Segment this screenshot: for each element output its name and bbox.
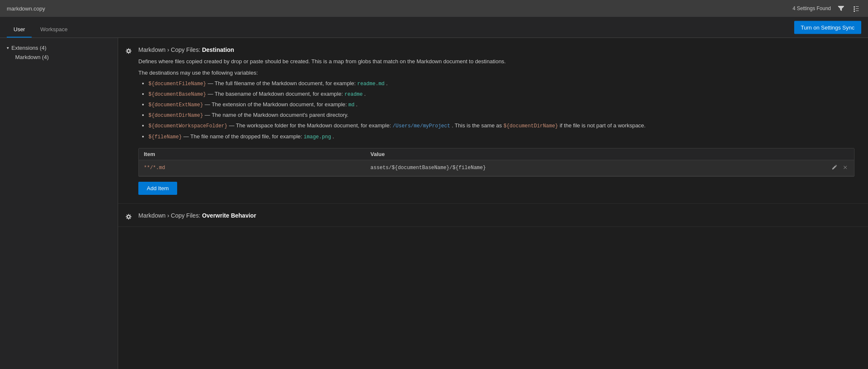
- gear-icon-2: [125, 215, 132, 222]
- variables-list: ${documentFileName} — The full filename …: [138, 79, 855, 141]
- tab-workspace[interactable]: Workspace: [33, 23, 74, 38]
- var-documentFileName: ${documentFileName}: [148, 81, 206, 87]
- table-header: Item Value: [139, 148, 854, 160]
- desc-line-2: The destinations may use the following v…: [138, 69, 855, 78]
- setting-description: Defines where files copied created by dr…: [138, 57, 855, 141]
- column-header-actions: [824, 151, 849, 157]
- edit-button[interactable]: [830, 164, 838, 172]
- tabs-row: User Workspace Turn on Settings Sync: [0, 17, 868, 38]
- sidebar-item-markdown[interactable]: Markdown (4): [0, 53, 118, 62]
- var-documentExtName: ${documentExtName}: [148, 102, 203, 108]
- setting-main-content: Markdown › Copy Files: Destination Defin…: [138, 46, 868, 195]
- add-item-button[interactable]: Add Item: [138, 182, 177, 195]
- table-cell-actions: [824, 164, 849, 172]
- table-cell-value: assets/${documentBaseName}/${fileName}: [370, 165, 824, 171]
- var-example-readme-md: readme.md: [357, 81, 385, 87]
- setting-block-overwrite: Markdown › Copy Files: Overwrite Behavio…: [118, 204, 868, 227]
- var-item-1: ${documentFileName} — The full filename …: [148, 79, 855, 88]
- top-bar-right: 4 Settings Found: [793, 4, 861, 13]
- search-title: markdown.copy: [7, 5, 45, 12]
- var-example-image-png: image.png: [304, 134, 331, 140]
- sidebar-item-label: Markdown (4): [15, 54, 49, 60]
- sidebar-group-extensions[interactable]: ▾ Extensions (4): [0, 43, 118, 53]
- sidebar: ▾ Extensions (4) Markdown (4): [0, 38, 118, 369]
- var-example-md: md: [348, 102, 354, 108]
- desc-line-1: Defines where files copied created by dr…: [138, 57, 855, 66]
- filter-list-icon[interactable]: [836, 4, 846, 13]
- setting-title-bold: Destination: [202, 46, 234, 53]
- setting-block-destination: Markdown › Copy Files: Destination Defin…: [118, 38, 868, 204]
- next-setting-title: Markdown › Copy Files: Overwrite Behavio…: [138, 212, 855, 219]
- sync-button[interactable]: Turn on Settings Sync: [794, 21, 861, 34]
- var-documentBaseName: ${documentBaseName}: [148, 92, 206, 97]
- delete-button[interactable]: [841, 164, 849, 172]
- var-item-3: ${documentExtName} — The extension of th…: [148, 100, 855, 109]
- top-bar: markdown.copy 4 Settings Found: [0, 0, 868, 17]
- next-section-content: Markdown › Copy Files: Overwrite Behavio…: [138, 212, 868, 223]
- next-title-prefix: Markdown › Copy Files:: [138, 212, 202, 219]
- var-item-4: ${documentDirName} — The name of the Mar…: [148, 111, 855, 120]
- content-area: Markdown › Copy Files: Destination Defin…: [118, 38, 868, 369]
- var-documentWorkspaceFolder: ${documentWorkspaceFolder}: [148, 123, 227, 129]
- var-documentDirName: ${documentDirName}: [148, 113, 203, 119]
- var-fileName: ${fileName}: [148, 134, 182, 140]
- chevron-down-icon: ▾: [7, 46, 9, 50]
- main-layout: ▾ Extensions (4) Markdown (4) Markdown ›…: [0, 38, 868, 369]
- setting-title-prefix: Markdown › Copy Files:: [138, 46, 202, 53]
- sidebar-group-label: Extensions (4): [11, 45, 46, 51]
- gear-col-2: [120, 212, 138, 223]
- gear-icon: [125, 49, 132, 56]
- var-item-2: ${documentBaseName} — The basename of Ma…: [148, 90, 855, 99]
- settings-table: Item Value **/*.md assets/${documentBase…: [138, 148, 855, 177]
- var-documentDirName-inline: ${documentDirName}: [504, 123, 558, 129]
- var-item-6: ${fileName} — The file name of the dropp…: [148, 132, 855, 141]
- filter-icon[interactable]: [851, 4, 861, 13]
- setting-title: Markdown › Copy Files: Destination: [138, 46, 855, 53]
- settings-found-label: 4 Settings Found: [793, 5, 831, 11]
- var-example-readme: readme: [345, 92, 363, 97]
- gear-col: [120, 46, 138, 195]
- column-header-value: Value: [370, 151, 824, 157]
- tab-user[interactable]: User: [7, 23, 32, 38]
- next-title-bold: Overwrite Behavior: [202, 212, 256, 219]
- column-header-item: Item: [144, 151, 370, 157]
- table-cell-item: **/*.md: [144, 165, 370, 171]
- var-item-5: ${documentWorkspaceFolder} — The workspa…: [148, 121, 855, 130]
- table-row: **/*.md assets/${documentBaseName}/${fil…: [139, 160, 854, 176]
- var-example-myProject: /Users/me/myProject: [393, 123, 450, 129]
